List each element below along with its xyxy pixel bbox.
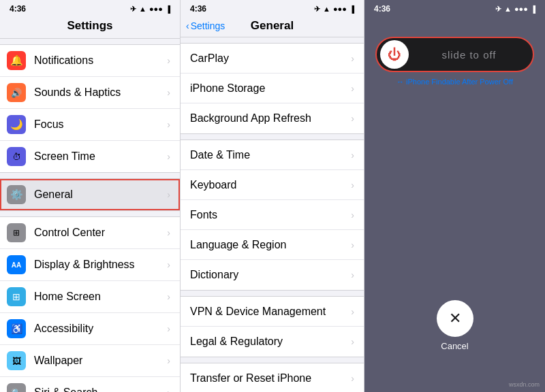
control-center-icon: ⊞ bbox=[7, 223, 26, 242]
sounds-label: Sounds & Haptics bbox=[34, 86, 167, 99]
settings-section-3: ⊞ Control Center › AA Display & Brightne… bbox=[0, 216, 180, 392]
fonts-label: Fonts bbox=[190, 209, 351, 221]
background-refresh-label: Background App Refresh bbox=[190, 112, 351, 125]
general-title: General bbox=[251, 19, 294, 33]
chevron-icon: › bbox=[351, 180, 354, 191]
settings-item-home-screen[interactable]: ⊞ Home Screen › bbox=[0, 281, 180, 313]
cancel-button[interactable]: ✕ bbox=[437, 300, 473, 337]
general-section-3: VPN & Device Management › Legal & Regula… bbox=[181, 296, 364, 357]
chevron-icon: › bbox=[167, 55, 170, 66]
chevron-icon: › bbox=[167, 355, 170, 366]
carplay-label: CarPlay bbox=[190, 52, 351, 65]
watermark: wsxdn.com bbox=[509, 381, 540, 388]
power-off-panel: 4:36 ✈ ▲ ●●● ▐ ⏻ slide to off ↔ iPhone F… bbox=[364, 0, 545, 392]
general-item-dictionary[interactable]: Dictionary › bbox=[181, 260, 364, 290]
chevron-icon: › bbox=[351, 336, 354, 347]
general-section-2: Date & Time › Keyboard › Fonts › Languag… bbox=[181, 140, 364, 291]
general-item-legal[interactable]: Legal & Regulatory › bbox=[181, 327, 364, 357]
airplane-icon-2: ✈ bbox=[314, 5, 320, 14]
battery-icon: ▐ bbox=[166, 5, 170, 13]
settings-item-wallpaper[interactable]: 🖼 Wallpaper › bbox=[0, 345, 180, 377]
general-item-fonts[interactable]: Fonts › bbox=[181, 200, 364, 230]
display-label: Display & Brightness bbox=[34, 259, 167, 271]
status-icons-2: ✈ ▲ ●●● ▐ bbox=[314, 5, 354, 14]
wifi-icon-3: ▲ bbox=[504, 5, 512, 13]
chevron-icon: › bbox=[351, 150, 354, 161]
chevron-icon: › bbox=[351, 240, 354, 250]
time-1: 4:36 bbox=[10, 4, 26, 14]
chevron-icon: › bbox=[351, 83, 354, 94]
general-item-language[interactable]: Language & Region › bbox=[181, 230, 364, 260]
date-time-label: Date & Time bbox=[190, 149, 351, 161]
status-icons-1: ✈ ▲ ●●● ▐ bbox=[130, 5, 170, 14]
general-item-transfer[interactable]: Transfer or Reset iPhone › bbox=[181, 363, 364, 392]
chevron-icon: › bbox=[167, 323, 170, 334]
general-item-date-time[interactable]: Date & Time › bbox=[181, 140, 364, 170]
settings-title: Settings bbox=[67, 19, 112, 32]
wallpaper-label: Wallpaper bbox=[34, 355, 167, 367]
settings-item-accessibility[interactable]: ♿ Accessibility › bbox=[0, 313, 180, 345]
transfer-label: Transfer or Reset iPhone bbox=[190, 372, 351, 385]
status-icons-3: ✈ ▲ ●●● ▐ bbox=[495, 5, 535, 14]
settings-item-general[interactable]: ⚙️ General › bbox=[0, 179, 180, 210]
findable-text: ↔ iPhone Findable After Power Off bbox=[375, 78, 534, 86]
status-bar-1: 4:36 ✈ ▲ ●●● ▐ bbox=[0, 0, 180, 16]
settings-item-notifications[interactable]: 🔔 Notifications › bbox=[0, 45, 180, 77]
findable-arrow-icon: ↔ bbox=[396, 78, 404, 86]
general-item-keyboard[interactable]: Keyboard › bbox=[181, 170, 364, 200]
general-item-background-refresh[interactable]: Background App Refresh › bbox=[181, 103, 364, 133]
wifi-icon: ▲ bbox=[139, 5, 146, 13]
language-label: Language & Region bbox=[190, 239, 351, 251]
screen-time-icon: ⏱ bbox=[7, 147, 26, 166]
chevron-icon: › bbox=[167, 87, 170, 98]
general-label: General bbox=[34, 189, 167, 201]
focus-icon: 🌙 bbox=[7, 115, 26, 134]
cancel-container: ✕ Cancel bbox=[437, 300, 473, 351]
chevron-icon: › bbox=[351, 113, 354, 124]
display-icon: AA bbox=[7, 255, 26, 274]
settings-item-siri[interactable]: 🔍 Siri & Search › bbox=[0, 377, 180, 392]
general-item-vpn[interactable]: VPN & Device Management › bbox=[181, 297, 364, 327]
settings-item-sounds[interactable]: 🔊 Sounds & Haptics › bbox=[0, 77, 180, 109]
battery-icon-3: ▐ bbox=[531, 5, 535, 13]
legal-label: Legal & Regulatory bbox=[190, 336, 351, 348]
battery-icon-2: ▐ bbox=[349, 5, 354, 13]
chevron-icon: › bbox=[167, 291, 170, 302]
back-label: Settings bbox=[191, 20, 225, 31]
signal-icon-2: ●●● bbox=[333, 5, 347, 13]
iphone-storage-label: iPhone Storage bbox=[190, 82, 351, 95]
back-button[interactable]: ‹ Settings bbox=[186, 20, 225, 31]
screen-time-label: Screen Time bbox=[34, 150, 167, 163]
power-slider[interactable]: ⏻ slide to off bbox=[375, 37, 534, 72]
status-bar-3: 4:36 ✈ ▲ ●●● ▐ bbox=[364, 0, 545, 16]
findable-label: iPhone Findable After Power Off bbox=[406, 78, 513, 86]
accessibility-icon: ♿ bbox=[7, 319, 26, 338]
signal-icon-3: ●●● bbox=[514, 5, 528, 13]
dictionary-label: Dictionary bbox=[190, 269, 351, 281]
settings-item-focus[interactable]: 🌙 Focus › bbox=[0, 109, 180, 141]
general-section-1: CarPlay › iPhone Storage › Background Ap… bbox=[181, 43, 364, 134]
siri-icon: 🔍 bbox=[7, 383, 26, 392]
settings-section-general: ⚙️ General › bbox=[0, 178, 180, 211]
chevron-icon: › bbox=[167, 189, 170, 200]
chevron-icon: › bbox=[167, 387, 170, 392]
accessibility-label: Accessibility bbox=[34, 323, 167, 335]
sounds-icon: 🔊 bbox=[7, 83, 26, 102]
siri-label: Siri & Search bbox=[34, 387, 167, 392]
general-nav-bar: ‹ Settings General bbox=[181, 16, 364, 37]
wallpaper-icon: 🖼 bbox=[7, 351, 26, 370]
chevron-icon: › bbox=[351, 270, 354, 280]
settings-item-display[interactable]: AA Display & Brightness › bbox=[0, 249, 180, 281]
status-bar-2: 4:36 ✈ ▲ ●●● ▐ bbox=[181, 0, 364, 16]
keyboard-label: Keyboard bbox=[190, 179, 351, 191]
settings-item-control-center[interactable]: ⊞ Control Center › bbox=[0, 217, 180, 249]
settings-panel: 4:36 ✈ ▲ ●●● ▐ Settings 🔔 Notifications … bbox=[0, 0, 181, 392]
wifi-icon-2: ▲ bbox=[323, 5, 330, 13]
settings-nav-bar: Settings bbox=[0, 16, 180, 39]
general-panel: 4:36 ✈ ▲ ●●● ▐ ‹ Settings General CarPla… bbox=[181, 0, 364, 392]
general-item-carplay[interactable]: CarPlay › bbox=[181, 44, 364, 74]
general-icon: ⚙️ bbox=[7, 185, 26, 204]
general-item-iphone-storage[interactable]: iPhone Storage › bbox=[181, 74, 364, 103]
cancel-label: Cancel bbox=[441, 341, 468, 351]
settings-item-screen-time[interactable]: ⏱ Screen Time › bbox=[0, 141, 180, 172]
